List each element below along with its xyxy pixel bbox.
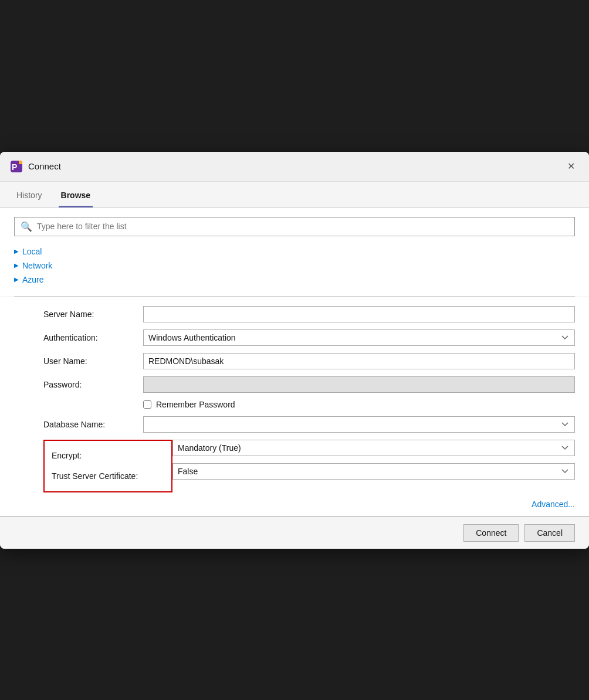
tab-browse[interactable]: Browse <box>59 182 93 208</box>
tab-history[interactable]: History <box>14 182 45 208</box>
database-name-label: Database Name: <box>14 420 143 429</box>
search-box[interactable]: 🔍 <box>14 217 575 236</box>
server-name-row: Server Name: <box>14 306 575 322</box>
tree-item-network[interactable]: ▶ Network <box>14 259 575 273</box>
tab-bar: History Browse <box>0 182 589 207</box>
authentication-label: Authentication: <box>14 333 143 342</box>
remember-password-label: Remember Password <box>156 400 235 409</box>
tree-item-local[interactable]: ▶ Local <box>14 244 575 259</box>
search-icon: 🔍 <box>21 221 32 232</box>
encrypt-trust-controls: Mandatory (True) Optional (False) Strict… <box>172 440 575 480</box>
database-name-select[interactable] <box>143 416 575 433</box>
encrypt-trust-section: Encrypt: Trust Server Certificate: Manda… <box>14 440 575 492</box>
remember-password-checkbox[interactable] <box>143 400 151 409</box>
encrypt-trust-highlight-box: Encrypt: Trust Server Certificate: <box>43 440 172 492</box>
trust-cert-select[interactable]: False True <box>172 463 575 480</box>
username-input[interactable] <box>143 353 575 369</box>
encrypt-select[interactable]: Mandatory (True) Optional (False) Strict… <box>172 440 575 456</box>
tree-item-local-label: Local <box>22 247 42 256</box>
browse-content: 🔍 ▶ Local ▶ Network ▶ Azure <box>0 208 589 296</box>
password-row: Password: <box>14 376 575 393</box>
dialog-title: Connect <box>28 161 61 171</box>
password-input[interactable] <box>143 376 575 393</box>
tree-item-azure-label: Azure <box>22 275 44 284</box>
connect-button[interactable]: Connect <box>463 524 519 542</box>
tree-item-network-label: Network <box>22 261 52 270</box>
server-name-label: Server Name: <box>14 310 143 319</box>
password-label: Password: <box>14 380 143 389</box>
tree-item-azure[interactable]: ▶ Azure <box>14 273 575 287</box>
cancel-button[interactable]: Cancel <box>524 524 575 542</box>
server-name-input[interactable] <box>143 306 575 322</box>
form-section: Server Name: Authentication: Windows Aut… <box>0 297 589 516</box>
username-row: User Name: <box>14 353 575 369</box>
authentication-select[interactable]: Windows Authentication SQL Server Authen… <box>143 329 575 346</box>
encrypt-label: Encrypt: <box>52 447 164 464</box>
bottom-bar: Connect Cancel <box>0 516 589 549</box>
expand-arrow-local: ▶ <box>14 248 19 254</box>
close-button[interactable]: ✕ <box>562 158 580 175</box>
username-label: User Name: <box>14 356 143 366</box>
expand-arrow-network: ▶ <box>14 262 19 269</box>
svg-rect-2 <box>19 161 22 164</box>
app-icon: P <box>9 159 23 174</box>
expand-arrow-azure: ▶ <box>14 276 19 283</box>
title-bar: P Connect ✕ <box>0 152 589 182</box>
remember-password-row: Remember Password <box>14 400 575 409</box>
advanced-row: Advanced... <box>14 499 575 509</box>
trust-cert-label: Trust Server Certificate: <box>52 468 164 484</box>
database-name-row: Database Name: <box>14 416 575 433</box>
search-input[interactable] <box>37 222 568 231</box>
authentication-row: Authentication: Windows Authentication S… <box>14 329 575 346</box>
advanced-link[interactable]: Advanced... <box>532 499 575 509</box>
tree-list: ▶ Local ▶ Network ▶ Azure <box>14 244 575 287</box>
svg-text:P: P <box>12 162 17 172</box>
